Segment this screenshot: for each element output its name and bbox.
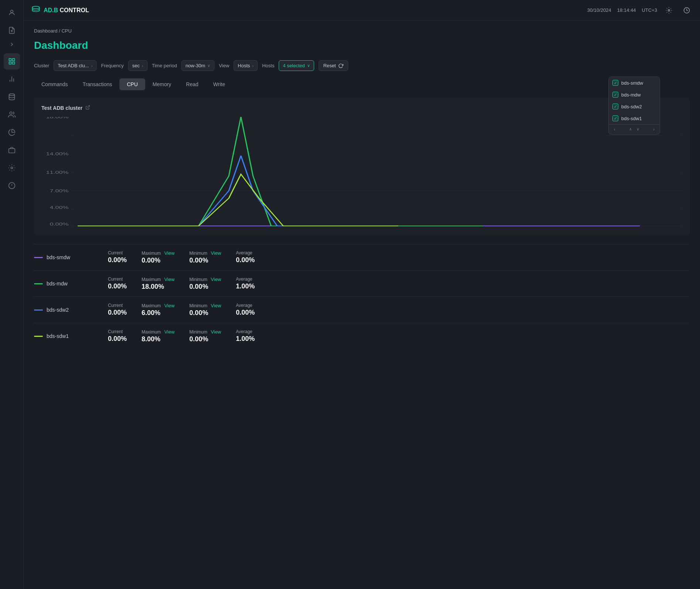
- sidebar-icon-export[interactable]: [4, 22, 20, 38]
- view-max-bds-smdw[interactable]: View: [164, 250, 174, 256]
- sidebar-icon-user[interactable]: [4, 4, 20, 21]
- svg-point-16: [32, 6, 40, 9]
- host-item-bds-sdw1[interactable]: ✓ bds-sdw1: [609, 112, 660, 124]
- sidebar-icon-info[interactable]: [4, 177, 20, 194]
- view-min-bds-sdw1[interactable]: View: [211, 329, 221, 335]
- hosts-dropdown: ✓ bds-smdw ✓ bds-mdw ✓ bds-: [608, 77, 660, 135]
- tabs-row: Commands Transactions CPU Memory Read Wr…: [34, 78, 690, 90]
- hosts-chevron-icon: ∨: [307, 63, 310, 68]
- metric-current-bds-sdw2: Current 0.00%: [108, 303, 127, 317]
- row-host-bds-smdw: bds-smdw: [34, 254, 101, 260]
- sidebar-icon-dashboard[interactable]: [4, 53, 20, 70]
- reset-button[interactable]: Reset: [319, 60, 348, 71]
- view-max-bds-mdw[interactable]: View: [164, 277, 174, 282]
- metric-min-bds-sdw2: Minimum View 0.00%: [189, 303, 221, 317]
- svg-point-12: [11, 167, 13, 169]
- external-link-icon[interactable]: [85, 105, 90, 111]
- sidebar-icon-users[interactable]: [4, 106, 20, 123]
- view-select[interactable]: Hosts ›: [234, 60, 258, 71]
- topbar: AD.B CONTROL 30/10/2024 18:14:44 UTC+3: [24, 0, 700, 21]
- main-area: AD.B CONTROL 30/10/2024 18:14:44 UTC+3 D…: [24, 0, 700, 589]
- dropdown-down-arrow[interactable]: ∨: [635, 126, 641, 133]
- data-row-bds-sdw1: bds-sdw1 Current 0.00% Maximum View 8.00…: [34, 323, 690, 349]
- tab-transactions[interactable]: Transactions: [75, 78, 120, 90]
- topbar-right: 30/10/2024 18:14:44 UTC+3: [587, 4, 693, 16]
- svg-point-9: [9, 94, 14, 96]
- metric-current-bds-smdw: Current 0.00%: [108, 250, 127, 264]
- metric-min-bds-sdw1: Minimum View 0.00%: [189, 329, 221, 343]
- tab-cpu[interactable]: CPU: [119, 78, 145, 90]
- view-chevron-icon: ›: [252, 64, 254, 68]
- frequency-label: Frequency: [101, 63, 123, 68]
- sidebar-icon-chart[interactable]: [4, 71, 20, 87]
- logo-icon: [31, 4, 41, 16]
- host-item-bds-smdw[interactable]: ✓ bds-smdw: [609, 77, 660, 89]
- view-max-bds-sdw2[interactable]: View: [164, 303, 174, 308]
- svg-point-17: [668, 9, 670, 11]
- view-max-bds-sdw1[interactable]: View: [164, 329, 174, 335]
- dropdown-left-arrow[interactable]: ‹: [612, 126, 618, 133]
- metric-current-bds-mdw: Current 0.00%: [108, 277, 127, 291]
- logo-text: AD.B CONTROL: [44, 7, 89, 14]
- host-item-bds-mdw[interactable]: ✓ bds-mdw: [609, 89, 660, 101]
- host-checkbox-bds-sdw1[interactable]: ✓: [612, 115, 618, 121]
- metric-avg-bds-smdw: Average 0.00%: [236, 250, 255, 264]
- svg-text:0.00%: 0.00%: [50, 222, 69, 226]
- controls-row: Cluster Test ADB clu... › Frequency sec …: [34, 60, 690, 71]
- tab-write[interactable]: Write: [206, 78, 232, 90]
- host-checkbox-bds-sdw2[interactable]: ✓: [612, 104, 618, 109]
- view-min-bds-mdw[interactable]: View: [211, 277, 221, 282]
- time-period-label: Time period: [152, 63, 177, 68]
- breadcrumb-current: CPU: [61, 28, 71, 34]
- dropdown-up-arrow[interactable]: ∧: [628, 126, 633, 133]
- chart-container: Test ADB cluster 18.00% 14.0: [34, 98, 690, 235]
- metric-max-bds-sdw1: Maximum View 8.00%: [142, 329, 174, 343]
- row-metrics-bds-sdw1: Current 0.00% Maximum View 8.00% Minimum…: [108, 329, 690, 343]
- sidebar-icon-settings[interactable]: [4, 160, 20, 176]
- metric-avg-bds-sdw2: Average 0.00%: [236, 303, 255, 317]
- host-line-bds-mdw: [34, 283, 43, 284]
- metric-avg-bds-sdw1: Average 1.00%: [236, 329, 255, 343]
- tab-read[interactable]: Read: [179, 78, 205, 90]
- view-min-bds-sdw2[interactable]: View: [211, 303, 221, 308]
- data-rows: bds-smdw Current 0.00% Maximum View 0.00…: [34, 244, 690, 349]
- row-metrics-bds-smdw: Current 0.00% Maximum View 0.00% Minimum…: [108, 250, 690, 264]
- frequency-chevron-icon: ›: [142, 64, 143, 68]
- sidebar-icon-database[interactable]: [4, 89, 20, 105]
- view-min-bds-smdw[interactable]: View: [211, 250, 221, 256]
- sidebar-expand-btn[interactable]: [4, 40, 20, 49]
- chart-title: Test ADB cluster: [41, 105, 682, 111]
- host-item-bds-sdw2[interactable]: ✓ bds-sdw2: [609, 101, 660, 112]
- frequency-select[interactable]: sec ›: [128, 60, 147, 71]
- content-area: Dashboard / CPU Dashboard Cluster Test A…: [24, 21, 700, 589]
- history-icon-btn[interactable]: [681, 4, 693, 16]
- tab-memory[interactable]: Memory: [145, 78, 179, 90]
- tab-commands[interactable]: Commands: [34, 78, 75, 90]
- hosts-dropdown-list: ✓ bds-smdw ✓ bds-mdw ✓ bds-: [609, 77, 660, 124]
- host-checkbox-bds-mdw[interactable]: ✓: [612, 92, 618, 98]
- time-period-select[interactable]: now-30m ∨: [181, 60, 214, 71]
- sidebar-icon-pie[interactable]: [4, 124, 20, 141]
- row-host-bds-mdw: bds-mdw: [34, 281, 101, 287]
- host-checkbox-bds-smdw[interactable]: ✓: [612, 80, 618, 86]
- svg-text:11.00%: 11.00%: [46, 170, 69, 175]
- hosts-label: Hosts: [262, 63, 274, 68]
- topbar-date: 30/10/2024: [587, 7, 611, 13]
- hosts-select[interactable]: 4 selected ∨: [279, 60, 314, 71]
- data-row-bds-sdw2: bds-sdw2 Current 0.00% Maximum View 6.00…: [34, 297, 690, 323]
- cluster-select[interactable]: Test ADB clu... ›: [54, 60, 96, 71]
- dropdown-right-arrow[interactable]: ›: [651, 126, 657, 133]
- topbar-time: 18:14:44: [617, 7, 636, 13]
- settings-icon-btn[interactable]: [663, 4, 675, 16]
- svg-rect-3: [12, 59, 14, 61]
- sidebar-icon-briefcase[interactable]: [4, 142, 20, 158]
- host-line-bds-smdw: [34, 257, 43, 258]
- metric-min-bds-smdw: Minimum View 0.00%: [189, 250, 221, 264]
- cluster-label: Cluster: [34, 63, 49, 68]
- svg-text:18.00%: 18.00%: [46, 117, 69, 119]
- svg-rect-11: [9, 149, 15, 153]
- breadcrumb-root: Dashboard: [34, 28, 58, 34]
- svg-text:4.00%: 4.00%: [50, 205, 69, 210]
- dropdown-scroll-arrows: ‹ ∧ ∨ ›: [609, 124, 660, 134]
- page-title: Dashboard: [34, 40, 690, 51]
